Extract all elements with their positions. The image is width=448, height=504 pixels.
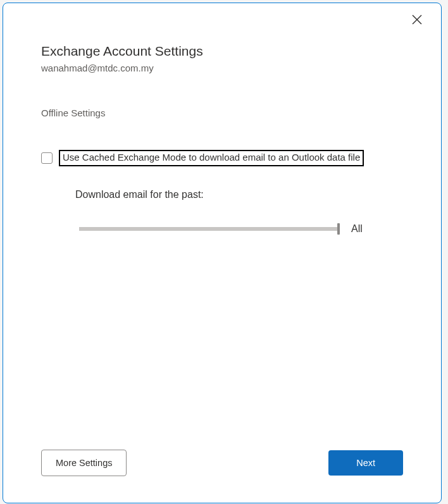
dialog-content: Exchange Account Settings wanahmad@mtdc.… <box>3 3 441 503</box>
cached-mode-label: Use Cached Exchange Mode to download ema… <box>63 152 360 163</box>
slider-value-label: All <box>351 223 363 235</box>
more-settings-button[interactable]: More Settings <box>41 450 127 476</box>
cached-mode-row: Use Cached Exchange Mode to download ema… <box>41 150 403 166</box>
cached-mode-checkbox[interactable] <box>41 152 53 164</box>
cached-mode-label-focus: Use Cached Exchange Mode to download ema… <box>59 150 364 166</box>
dialog-title: Exchange Account Settings <box>41 44 403 59</box>
dialog-footer: More Settings Next <box>41 450 403 476</box>
account-email: wanahmad@mtdc.com.my <box>41 63 403 73</box>
download-slider-row: All <box>79 223 403 235</box>
exchange-settings-dialog: Exchange Account Settings wanahmad@mtdc.… <box>3 3 442 503</box>
slider-thumb[interactable] <box>337 223 340 235</box>
offline-settings-label: Offline Settings <box>41 108 403 118</box>
download-slider[interactable] <box>79 227 339 231</box>
download-past-label: Download email for the past: <box>75 189 403 200</box>
next-button[interactable]: Next <box>328 450 403 476</box>
